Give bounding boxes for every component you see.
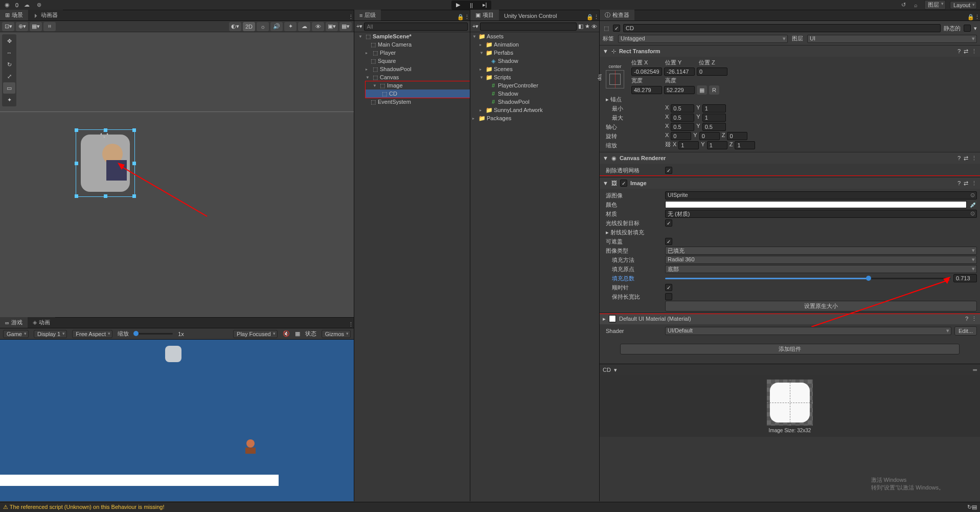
preview-menu-icon[interactable]: ═ <box>973 367 977 373</box>
preserve-checkbox[interactable] <box>665 293 672 300</box>
tool-camera[interactable]: ▣▾ <box>326 22 338 31</box>
tree-item[interactable]: ⬚Square <box>354 57 470 65</box>
anchor-minx[interactable] <box>671 104 694 113</box>
tree-folder[interactable]: ▸📁Animation <box>470 40 599 49</box>
source-image-field[interactable]: UISprite <box>665 191 977 199</box>
tool-grid[interactable]: ▦▾ <box>30 22 42 31</box>
posx-input[interactable] <box>631 68 662 76</box>
game-target[interactable]: Game <box>3 330 29 338</box>
anchor-miny[interactable] <box>702 104 726 113</box>
scale-z[interactable] <box>735 141 755 149</box>
layers-dropdown[interactable]: 图层 <box>924 0 946 10</box>
tree-prefab[interactable]: ◈Shadow <box>470 57 599 65</box>
tree-script[interactable]: #Shadow <box>470 90 599 98</box>
scale-x[interactable] <box>678 141 699 149</box>
raycast-checkbox[interactable] <box>665 219 672 227</box>
insp-lock-icon[interactable]: 🔒 <box>967 14 974 20</box>
tool-rect[interactable]: ▭ <box>3 82 15 94</box>
tab-scene[interactable]: ⊞ 场景 <box>0 10 28 20</box>
game-menu-icon[interactable]: ⋮ <box>348 321 354 328</box>
project-search[interactable] <box>480 23 577 31</box>
tool-hidden[interactable]: 👁 <box>312 22 324 31</box>
tree-folder[interactable]: ▸📁Scenes <box>470 65 599 73</box>
scene-menu-icon[interactable]: ⋮ <box>348 14 354 20</box>
anchor-preset-button[interactable] <box>606 70 624 88</box>
filter-icon[interactable]: ◧ <box>578 23 583 30</box>
tool-snap[interactable]: ⌗ <box>43 22 56 31</box>
tab-inspector[interactable]: ⓘ 检查器 <box>600 10 634 20</box>
rot-z[interactable] <box>727 132 747 140</box>
posz-input[interactable] <box>697 68 727 76</box>
display-dropdown[interactable]: Display 1 <box>34 330 67 338</box>
tree-item[interactable]: ▸⬚ShadowPool <box>354 65 470 73</box>
maskable-checkbox[interactable] <box>665 238 672 245</box>
project-tree[interactable]: ▼📁Assets ▸📁Animation ▼📁Perfabs ◈Shadow ▸… <box>470 32 599 501</box>
fillorigin-dropdown[interactable]: 底部 <box>665 265 977 273</box>
preset-icon[interactable]: ⇄ <box>964 48 968 55</box>
proj-lock-icon[interactable]: 🔒 <box>586 14 594 20</box>
cloud-icon[interactable]: ☁ <box>22 1 31 9</box>
scene-root[interactable]: ▼⬚SampleScene* <box>354 32 470 40</box>
tool-move[interactable]: ↔ <box>3 47 15 58</box>
comp-menu-icon[interactable]: ⋮ <box>971 48 977 55</box>
tool-rotate[interactable]: ↻ <box>3 59 15 70</box>
static-checkbox[interactable] <box>964 25 971 32</box>
status-label[interactable]: 状态 <box>305 330 316 338</box>
eyedropper-icon[interactable]: 💉 <box>970 202 977 208</box>
play-button[interactable]: ▶ <box>452 1 464 9</box>
tool-light[interactable]: ☼ <box>257 22 269 31</box>
cull-checkbox[interactable] <box>665 167 672 174</box>
width-input[interactable] <box>631 86 662 94</box>
fillamount-input[interactable] <box>953 274 977 282</box>
tab-hierarchy[interactable]: ≡ 层级 <box>354 10 381 20</box>
tree-folder[interactable]: ▼📁Scripts <box>470 73 599 81</box>
tool-transform[interactable]: ✦ <box>3 94 15 105</box>
tab-animator[interactable]: ⏵ 动画器 <box>28 10 63 20</box>
clockwise-checkbox[interactable] <box>665 284 672 291</box>
tab-project[interactable]: ▣ 项目 <box>470 10 499 20</box>
imagetype-dropdown[interactable]: 已填充 <box>665 247 977 255</box>
rect-transform-header[interactable]: ▼⊹ Rect Transform ? ⇄ ⋮ <box>600 46 980 57</box>
step-button[interactable]: ▸| <box>478 1 491 9</box>
tool-handle[interactable]: ⊕▾ <box>16 22 28 31</box>
scale-y[interactable] <box>707 141 727 149</box>
tree-item[interactable]: ⬚Main Camera <box>354 40 470 49</box>
tool-audio[interactable]: 🔊 <box>270 22 283 31</box>
material-header[interactable]: ▸ Default UI Material (Material) ?⋮ <box>600 313 980 324</box>
tree-item-image[interactable]: ▼⬚Image <box>366 81 470 90</box>
gizmos-dropdown[interactable]: Gizmos <box>322 330 351 338</box>
rot-x[interactable] <box>671 132 691 140</box>
account-icon[interactable]: ◉ <box>3 1 11 9</box>
pivot-x[interactable] <box>671 123 694 131</box>
rot-y[interactable] <box>699 132 720 140</box>
fillmethod-dropdown[interactable]: Radial 360 <box>665 256 977 264</box>
undo-history-icon[interactable]: ↺ <box>900 1 908 9</box>
tree-folder[interactable]: ▸📁Packages <box>470 114 599 122</box>
tool-pivot[interactable]: ⊡▾ <box>2 22 14 31</box>
link-icon[interactable]: ⛓ <box>665 141 671 149</box>
anchor-maxx[interactable] <box>671 114 694 122</box>
material-field[interactable]: 无 (材质) <box>665 210 977 218</box>
canvas-renderer-header[interactable]: ▼◉ Canvas Renderer ?⇄⋮ <box>600 152 980 164</box>
insp-menu-icon[interactable]: ⋮ <box>974 14 980 20</box>
hierarchy-search[interactable] <box>364 23 468 31</box>
tool-scale[interactable]: ⤢ <box>3 71 15 82</box>
aspect-dropdown[interactable]: Free Aspect <box>72 330 112 338</box>
tool-skybox[interactable]: ☁ <box>298 22 310 31</box>
tool-2d[interactable]: 2D <box>243 22 255 31</box>
anchor-maxy[interactable] <box>702 114 726 122</box>
mute-icon[interactable]: 🔇 <box>283 330 290 337</box>
image-header[interactable]: ▼🖼 Image ?⇄⋮ <box>600 177 980 189</box>
autorefresh-icon[interactable]: ↻ <box>967 504 972 510</box>
native-size-button[interactable]: 设置原生大小 <box>665 301 977 311</box>
tree-folder[interactable]: ▼📁Assets <box>470 32 599 40</box>
hier-lock-icon[interactable]: 🔒 <box>457 14 464 20</box>
tree-folder[interactable]: ▸📁SunnyLand Artwork <box>470 106 599 114</box>
tree-script[interactable]: #PlayerController <box>470 81 599 90</box>
tab-uvc[interactable]: Unity Version Control <box>499 11 562 20</box>
blueprint-icon[interactable]: ▦ <box>697 85 707 95</box>
game-viewport[interactable] <box>0 340 354 501</box>
shader-dropdown[interactable]: UI/Default <box>665 327 951 335</box>
tab-game[interactable]: ∞ 游戏 <box>0 317 28 328</box>
raw-icon[interactable]: R <box>709 85 719 95</box>
